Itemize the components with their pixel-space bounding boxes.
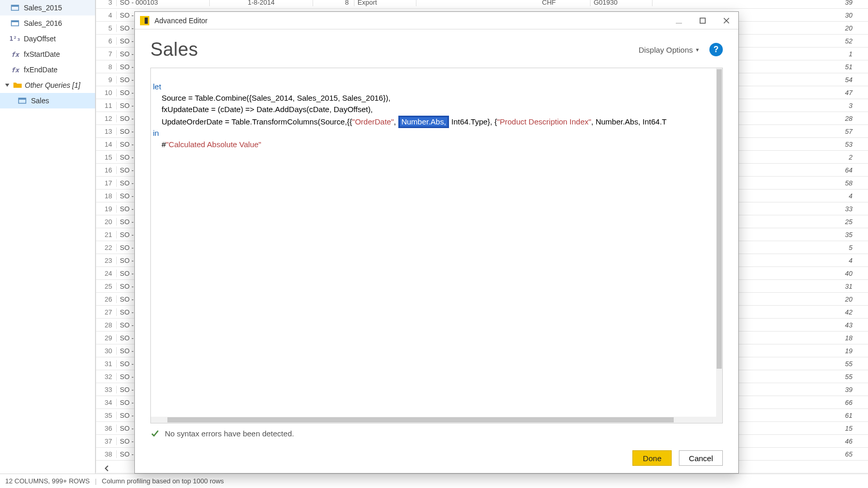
- title-bar[interactable]: Advanced Editor: [135, 12, 738, 29]
- scrollbar-thumb[interactable]: [167, 417, 674, 422]
- row-number: 36: [96, 424, 117, 432]
- cell-value[interactable]: 2: [775, 153, 868, 161]
- cell-value[interactable]: 30: [775, 11, 868, 19]
- cell-value[interactable]: 57: [775, 128, 868, 135]
- cell-order-id[interactable]: SO - 000103: [117, 0, 210, 6]
- cell-qty[interactable]: 8: [313, 0, 354, 6]
- vertical-scrollbar[interactable]: [716, 68, 722, 423]
- row-number: 15: [96, 153, 117, 161]
- cell-value[interactable]: 53: [775, 140, 868, 148]
- cell-value[interactable]: 54: [775, 76, 868, 84]
- cell-value[interactable]: 18: [775, 334, 868, 342]
- cell-value[interactable]: 47: [775, 89, 868, 97]
- cell-value[interactable]: 55: [775, 373, 868, 381]
- query-item-sales[interactable]: Sales: [0, 93, 95, 108]
- row-number: 18: [96, 192, 117, 200]
- scroll-left-button[interactable]: [99, 463, 115, 474]
- row-number: 8: [96, 63, 117, 71]
- cell-value[interactable]: 40: [775, 270, 868, 277]
- help-icon[interactable]: ?: [709, 43, 723, 56]
- code-text: , Number.Abs, Int64.T: [591, 117, 667, 126]
- row-number: 14: [96, 140, 117, 148]
- cancel-button[interactable]: Cancel: [679, 450, 723, 466]
- cell-code[interactable]: G01930: [591, 0, 653, 6]
- display-options-dropdown[interactable]: Display Options ▾: [639, 45, 699, 54]
- svg-marker-5: [13, 83, 22, 88]
- cell-value[interactable]: 39: [775, 386, 868, 393]
- code-line: Source = Table.Combine({Sales_2014, Sale…: [153, 93, 391, 102]
- cell-value[interactable]: 35: [775, 231, 868, 239]
- scrollbar-thumb[interactable]: [717, 69, 722, 369]
- close-button[interactable]: [715, 12, 738, 29]
- row-number: 25: [96, 282, 117, 290]
- query-item-sales-2015[interactable]: Sales_2015: [0, 0, 95, 15]
- code-editor[interactable]: let Source = Table.Combine({Sales_2014, …: [150, 68, 723, 423]
- row-number: 30: [96, 347, 117, 355]
- maximize-button[interactable]: [691, 12, 715, 29]
- queries-pane: Sales_2015 Sales_2016 1²₃ DayOffset fx f…: [0, 0, 96, 488]
- cell-value[interactable]: 42: [775, 308, 868, 316]
- row-number: 4: [96, 11, 117, 19]
- row-number: 24: [96, 270, 117, 277]
- cell-value[interactable]: 15: [775, 424, 868, 432]
- query-group-other[interactable]: Other Queries [1]: [0, 77, 95, 93]
- cell-value[interactable]: 66: [775, 399, 868, 406]
- row-number: 7: [96, 50, 117, 58]
- syntax-status-text: No syntax errors have been detected.: [165, 429, 294, 438]
- cell-value[interactable]: 43: [775, 321, 868, 329]
- query-label: fxStartDate: [24, 50, 60, 58]
- row-number: 28: [96, 321, 117, 329]
- row-number: 13: [96, 128, 117, 135]
- horizontal-scrollbar[interactable]: [151, 417, 716, 423]
- cell-value[interactable]: 4: [775, 192, 868, 200]
- cell-date[interactable]: 1-8-2014: [210, 0, 313, 6]
- row-number: 33: [96, 386, 117, 393]
- table-row[interactable]: 3 SO - 000103 1-8-2014 8 Export CHF G019…: [96, 0, 868, 9]
- cell-value[interactable]: 19: [775, 347, 868, 355]
- minimize-button[interactable]: [667, 12, 691, 29]
- cell-value[interactable]: 28: [775, 115, 868, 122]
- cell-value[interactable]: 5: [775, 244, 868, 251]
- query-item-fxenddate[interactable]: fx fxEndDate: [0, 62, 95, 77]
- cell-currency[interactable]: CHF: [539, 0, 591, 6]
- code-string: "OrderDate": [352, 117, 394, 126]
- function-icon: fx: [10, 51, 20, 58]
- cell-value[interactable]: 51: [775, 63, 868, 71]
- cell-value[interactable]: 20: [775, 295, 868, 303]
- cell-value[interactable]: 25: [775, 218, 868, 226]
- cell-value[interactable]: 61: [775, 412, 868, 419]
- svg-marker-4: [5, 84, 9, 87]
- code-text: Int64.Type}, {: [449, 117, 497, 126]
- done-button-label: Done: [643, 454, 661, 463]
- cell-type[interactable]: Export: [354, 0, 416, 6]
- cell-value[interactable]: 58: [775, 179, 868, 187]
- row-number: 38: [96, 450, 117, 458]
- cell-value[interactable]: 52: [775, 37, 868, 45]
- row-number: 16: [96, 166, 117, 174]
- done-button[interactable]: Done: [632, 450, 672, 466]
- cell-value[interactable]: 55: [775, 360, 868, 368]
- row-number: 11: [96, 102, 117, 109]
- cell-value[interactable]: 4: [775, 257, 868, 264]
- cell-value[interactable]: 1: [775, 50, 868, 58]
- row-number: 6: [96, 37, 117, 45]
- svg-rect-3: [11, 21, 19, 22]
- cell-value[interactable]: 39: [775, 0, 868, 6]
- row-number: 17: [96, 179, 117, 187]
- table-icon: [18, 97, 27, 104]
- cell-value[interactable]: 33: [775, 205, 868, 213]
- query-item-fxstartdate[interactable]: fx fxStartDate: [0, 46, 95, 62]
- row-number: 3: [96, 0, 117, 6]
- number-icon: 1²₃: [10, 35, 20, 42]
- cell-value[interactable]: 20: [775, 24, 868, 32]
- cell-value[interactable]: 31: [775, 282, 868, 290]
- cell-value[interactable]: 46: [775, 437, 868, 445]
- query-item-sales-2016[interactable]: Sales_2016: [0, 15, 95, 31]
- cell-value[interactable]: 65: [775, 450, 868, 458]
- table-icon: [10, 4, 20, 11]
- cell-value[interactable]: 3: [775, 102, 868, 109]
- table-icon: [10, 20, 20, 27]
- query-item-dayoffset[interactable]: 1²₃ DayOffset: [0, 31, 95, 46]
- cell-value[interactable]: 64: [775, 166, 868, 174]
- svg-rect-9: [700, 18, 705, 23]
